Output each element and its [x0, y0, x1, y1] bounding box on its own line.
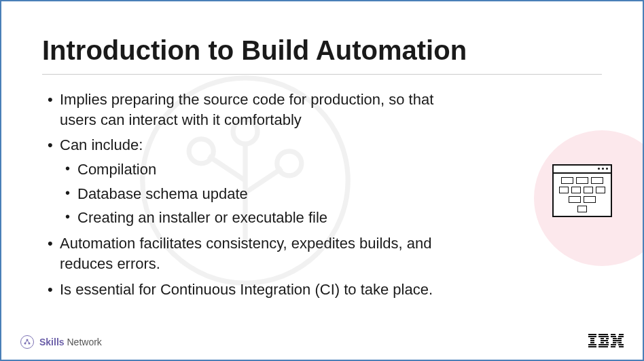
- skills-network-logo: Skills Network: [20, 335, 102, 349]
- svg-rect-20: [598, 336, 609, 337]
- bullet-list: Implies preparing the source code for pr…: [42, 90, 463, 299]
- sn-bold: Skills: [39, 337, 65, 347]
- slide: Introduction to Build Automation Implies…: [1, 1, 643, 360]
- sub-item: Database schema update: [60, 184, 463, 204]
- svg-rect-18: [588, 346, 596, 347]
- svg-rect-30: [611, 336, 616, 337]
- svg-rect-25: [606, 342, 609, 343]
- svg-rect-17: [588, 344, 596, 345]
- svg-rect-27: [598, 346, 608, 347]
- footer: Skills Network: [1, 334, 643, 350]
- bullet-item: Can include: Compilation Database schema…: [42, 135, 463, 228]
- sn-light: Network: [67, 337, 101, 347]
- sub-item: Creating an installer or executable file: [60, 208, 463, 228]
- svg-rect-13: [588, 336, 596, 337]
- text-column: Implies preparing the source code for pr…: [42, 90, 463, 305]
- svg-rect-19: [598, 334, 608, 335]
- svg-rect-32: [613, 338, 617, 339]
- svg-rect-12: [588, 334, 596, 335]
- svg-rect-22: [606, 338, 609, 339]
- window-titlebar: [554, 166, 611, 174]
- svg-rect-26: [598, 344, 609, 345]
- svg-rect-14: [590, 338, 594, 339]
- svg-rect-21: [601, 338, 604, 339]
- svg-rect-29: [619, 334, 624, 335]
- ibm-logo: [588, 334, 624, 350]
- bullet-item: Is essential for Continuous Integration …: [42, 280, 463, 300]
- svg-rect-33: [618, 338, 622, 339]
- svg-rect-35: [613, 342, 616, 343]
- svg-rect-28: [611, 334, 615, 335]
- illustration: [480, 117, 644, 307]
- sn-badge-icon: [20, 335, 34, 349]
- svg-rect-39: [618, 344, 624, 345]
- bullet-item: Implies preparing the source code for pr…: [42, 90, 463, 130]
- svg-rect-16: [590, 342, 594, 343]
- svg-rect-41: [619, 346, 624, 347]
- sub-list: Compilation Database schema update Creat…: [60, 159, 463, 228]
- svg-rect-31: [618, 336, 624, 337]
- svg-rect-34: [613, 340, 622, 341]
- bullet-text: Can include:: [60, 136, 143, 153]
- svg-rect-24: [601, 342, 604, 343]
- slide-title: Introduction to Build Automation: [42, 35, 602, 75]
- svg-line-10: [25, 340, 27, 343]
- sn-text: Skills Network: [39, 337, 102, 347]
- svg-rect-38: [611, 344, 616, 345]
- window-icon: [552, 164, 612, 217]
- svg-rect-37: [618, 342, 622, 343]
- window-body: [554, 174, 611, 216]
- svg-rect-15: [590, 340, 594, 341]
- bullet-item: Automation facilitates consistency, expe…: [42, 233, 463, 273]
- svg-rect-36: [617, 342, 618, 343]
- svg-rect-23: [601, 340, 608, 341]
- svg-rect-40: [611, 346, 615, 347]
- svg-line-11: [27, 340, 29, 343]
- sub-item: Compilation: [60, 159, 463, 180]
